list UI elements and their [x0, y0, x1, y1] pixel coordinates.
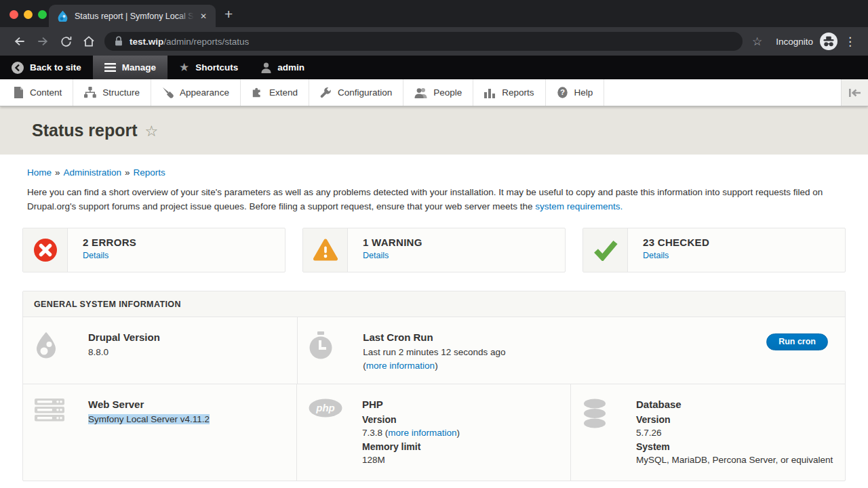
warnings-card-icon-cell: [303, 228, 348, 272]
drupal-version-cell: Drupal Version 8.8.0: [23, 317, 298, 384]
url-host: test.wip: [130, 37, 163, 47]
question-icon: ?: [557, 87, 568, 98]
menu-item-label: Appearance: [180, 87, 229, 98]
errors-count: 2 ERRORS: [83, 237, 136, 248]
stopwatch-icon: [309, 331, 332, 360]
favorite-star-icon[interactable]: ☆: [145, 124, 159, 139]
menu-item-label: Reports: [502, 87, 534, 98]
new-tab-button[interactable]: +: [224, 6, 233, 22]
admin-user-button[interactable]: admin: [250, 56, 316, 79]
breadcrumb-separator: »: [55, 167, 60, 178]
php-icon: php: [309, 399, 342, 418]
menu-spacer: [604, 79, 841, 106]
menu-item-label: Content: [30, 87, 62, 98]
run-cron-button[interactable]: Run cron: [766, 333, 828, 350]
window-maximize-button[interactable]: [38, 10, 47, 19]
lock-icon: [114, 36, 123, 47]
warning-icon: [313, 239, 338, 262]
warnings-card: 1 WARNING Details: [302, 228, 566, 272]
breadcrumb-administration-link[interactable]: Administration: [64, 167, 122, 178]
menu-item-structure[interactable]: Structure: [73, 79, 151, 106]
database-title: Database: [636, 399, 833, 410]
check-icon: [593, 239, 618, 261]
hamburger-icon: [104, 63, 116, 72]
back-circle-icon: [12, 62, 24, 74]
php-more-information-link[interactable]: more information: [388, 428, 456, 438]
menu-item-label: Extend: [269, 87, 298, 98]
web-server-cell: Web Server Symfony Local Server v4.11.2: [23, 384, 297, 481]
toolbar-collapse-button[interactable]: [841, 79, 868, 106]
intro-text: Here you can find a short overview of yo…: [27, 187, 823, 211]
svg-text:php: php: [315, 402, 335, 413]
warnings-details-link[interactable]: Details: [363, 251, 389, 260]
database-cell: Database Version 5.7.26 System MySQL, Ma…: [571, 384, 845, 481]
admin-user-label: admin: [277, 62, 304, 73]
back-to-site-label: Back to site: [30, 62, 81, 73]
last-cron-run-title: Last Cron Run: [363, 331, 505, 343]
web-server-value-selected: Symfony Local Server v4.11.2: [88, 414, 210, 424]
window-minimize-button[interactable]: [24, 10, 33, 19]
menu-item-appearance[interactable]: Appearance: [151, 79, 241, 106]
browser-tab[interactable]: Status report | Symfony Local Se ✕: [49, 5, 216, 27]
checked-card-icon-cell: [583, 228, 628, 272]
user-icon: [261, 62, 271, 73]
shortcuts-star-icon: ★: [179, 62, 189, 73]
section-row-1: Drupal Version 8.8.0 Last Cron Run Last …: [23, 317, 845, 384]
php-memory-label: Memory limit: [362, 440, 460, 453]
php-version-value: 7.3.8: [362, 428, 382, 438]
forward-icon[interactable]: [31, 31, 54, 52]
home-icon[interactable]: [77, 31, 100, 52]
address-bar[interactable]: test.wip/admin/reports/status: [104, 32, 743, 51]
errors-details-link[interactable]: Details: [83, 251, 108, 260]
menu-item-help[interactable]: ? Help: [546, 79, 605, 106]
menu-item-people[interactable]: People: [403, 79, 473, 106]
cron-more-information-link[interactable]: more information: [366, 361, 435, 371]
people-icon: [414, 87, 427, 98]
database-version-label: Version: [636, 413, 833, 426]
breadcrumb-home-link[interactable]: Home: [27, 167, 52, 178]
back-icon[interactable]: [8, 31, 31, 52]
section-row-2: Web Server Symfony Local Server v4.11.2 …: [23, 384, 845, 481]
drupal-version-title: Drupal Version: [88, 331, 160, 343]
window-close-button[interactable]: [9, 10, 18, 19]
checked-card: 23 CHECKED Details: [583, 228, 846, 272]
sitemap-icon: [84, 87, 96, 98]
barchart-icon: [484, 87, 496, 98]
checked-details-link[interactable]: Details: [643, 251, 669, 260]
page-content: Home»Administration»Reports Here you can…: [0, 167, 868, 481]
database-icon: [583, 399, 607, 428]
menu-item-label: Configuration: [338, 87, 392, 98]
tab-title: Status report | Symfony Local Se: [75, 12, 194, 21]
php-memory-value: 128M: [362, 453, 460, 467]
errors-card: 2 ERRORS Details: [22, 228, 285, 272]
menu-item-configuration[interactable]: Configuration: [309, 79, 403, 106]
menu-item-content[interactable]: Content: [0, 79, 73, 106]
drupal-menu-bar: Content Structure Appearance Extend Conf…: [0, 79, 868, 106]
php-title: PHP: [362, 399, 460, 410]
errors-card-icon-cell: [23, 228, 68, 272]
menu-item-reports[interactable]: Reports: [473, 79, 545, 106]
browser-menu-icon[interactable]: ⋮: [837, 35, 860, 49]
breadcrumb-separator: »: [125, 167, 130, 178]
system-requirements-link[interactable]: system requirements.: [535, 201, 623, 211]
manage-button[interactable]: Manage: [93, 56, 167, 79]
status-summary-cards: 2 ERRORS Details 1 WARNING Details: [22, 228, 846, 272]
menu-item-extend[interactable]: Extend: [241, 79, 309, 106]
paren: ): [435, 361, 438, 371]
back-to-site-button[interactable]: Back to site: [0, 56, 93, 79]
web-server-title: Web Server: [88, 399, 210, 410]
paren: ): [457, 428, 460, 438]
browser-tabstrip: Status report | Symfony Local Se ✕ +: [0, 0, 868, 27]
puzzle-icon: [252, 87, 263, 98]
url-path: /admin/reports/status: [163, 37, 249, 47]
collapse-arrow-icon: [849, 89, 861, 97]
database-system-value: MySQL, MariaDB, Percona Server, or equiv…: [636, 453, 833, 467]
menu-item-label: Structure: [102, 87, 140, 98]
breadcrumb-reports-link[interactable]: Reports: [134, 167, 165, 178]
shortcuts-button[interactable]: ★ Shortcuts: [167, 56, 250, 79]
tab-close-icon[interactable]: ✕: [198, 10, 209, 22]
wrench-icon: [320, 87, 332, 98]
bookmark-star-icon[interactable]: ☆: [748, 35, 766, 49]
reload-icon[interactable]: [54, 31, 77, 52]
page-title: Status report: [32, 121, 138, 140]
